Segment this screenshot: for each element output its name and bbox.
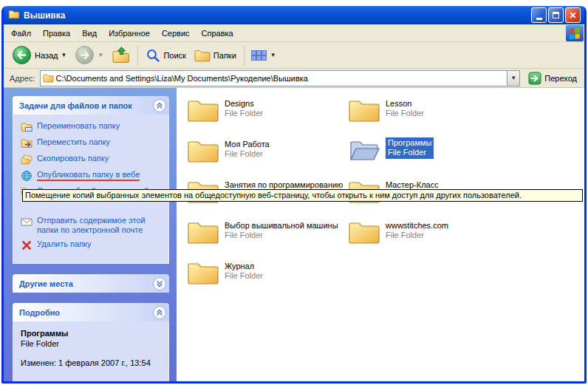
folder-icon	[348, 219, 380, 245]
chevron-down-icon	[155, 279, 164, 288]
copy-folder-icon	[21, 154, 33, 166]
go-label: Переход	[544, 74, 577, 83]
task-delete-folder[interactable]: Удалить папку	[21, 239, 164, 251]
file-type: File Folder	[386, 109, 424, 118]
menu-tools[interactable]: Сервис	[156, 26, 196, 41]
file-tile-lesson[interactable]: LessonFile Folder	[348, 97, 509, 137]
file-tasks-header[interactable]: Задачи для файлов и папок	[13, 96, 169, 115]
folder-icon	[187, 219, 219, 245]
expand-button[interactable]	[153, 277, 166, 290]
details-title: Подробно	[19, 308, 60, 317]
menu-file[interactable]: Файл	[5, 26, 37, 41]
rename-folder-icon	[21, 121, 33, 133]
task-publish-folder-web[interactable]: Опубликовать папку в вебе	[21, 170, 164, 182]
menu-help[interactable]: Справка	[196, 26, 239, 41]
go-button[interactable]: Переход	[525, 70, 580, 86]
back-label: Назад	[35, 51, 58, 60]
file-list-area: DesignsFile Folder LessonFile Folder Моя…	[177, 88, 584, 381]
window-title: Вышивка	[24, 10, 527, 21]
task-move-folder[interactable]: Переместить папку	[21, 137, 164, 149]
back-arrow-icon	[12, 45, 32, 65]
details-item-type: File Folder	[21, 338, 164, 349]
forward-button[interactable]: ▼	[71, 44, 107, 67]
task-label: Переименовать папку	[37, 121, 120, 131]
search-icon	[146, 48, 160, 63]
folders-icon	[194, 49, 211, 62]
toolbar-separator	[244, 46, 245, 65]
toolbar: Назад ▼ ▼	[4, 42, 584, 69]
details-body: Программы File Folder Изменен: 1 февраля…	[13, 321, 169, 381]
publish-web-icon	[21, 170, 33, 182]
other-places-title: Другие места	[19, 279, 73, 288]
folder-up-icon	[112, 46, 130, 64]
folder-icon	[187, 137, 219, 164]
file-tile-vybor-mashiny[interactable]: Выбор вышивальной машиныFile Folder	[187, 219, 348, 259]
toolbar-separator	[137, 46, 138, 65]
chevron-up-icon	[155, 101, 164, 110]
views-icon	[252, 51, 266, 60]
file-name: Журнал	[225, 262, 263, 271]
go-arrow-icon	[528, 72, 541, 85]
task-label: Переместить папку	[37, 137, 110, 147]
menu-edit[interactable]: Правка	[37, 26, 76, 41]
file-tile-wwwstitches[interactable]: wwwstitches.comFile Folder	[348, 219, 509, 259]
file-name: Моя Работа	[225, 140, 270, 149]
tooltip: Помещение копий выбранных элементов на о…	[22, 189, 583, 202]
task-copy-folder[interactable]: Скопировать папку	[21, 154, 164, 166]
folder-icon	[187, 259, 219, 286]
file-tile-programmy[interactable]: ПрограммыFile Folder	[348, 137, 509, 178]
file-type: File Folder	[386, 231, 448, 240]
collapse-button[interactable]	[153, 306, 166, 319]
open-folder-selected-icon	[348, 137, 380, 164]
titlebar[interactable]: Вышивка ✕	[4, 6, 584, 24]
task-rename-folder[interactable]: Переименовать папку	[21, 121, 164, 133]
file-tile-designs[interactable]: DesignsFile Folder	[187, 97, 348, 137]
up-button[interactable]	[108, 44, 134, 67]
panel-details: Подробно Программы File Folder Изменен: …	[13, 303, 169, 381]
file-name: Выбор вышивальной машины	[225, 221, 338, 231]
file-type: File Folder	[388, 148, 431, 157]
window-folder-icon	[8, 9, 20, 22]
delete-icon	[21, 239, 33, 251]
address-folder-icon	[43, 73, 54, 83]
back-button[interactable]: Назад ▼	[8, 44, 70, 67]
file-type: File Folder	[225, 231, 338, 240]
task-email-folder[interactable]: Отправить содержимое этой папки по элект…	[21, 216, 164, 235]
file-name: Designs	[225, 99, 263, 109]
details-item-name: Программы	[21, 328, 164, 338]
file-type: File Folder	[225, 149, 270, 159]
menu-favorites[interactable]: Избранное	[103, 26, 156, 41]
forward-dropdown-icon: ▼	[98, 52, 103, 58]
search-button[interactable]: Поиск	[142, 44, 189, 67]
views-button[interactable]: ▼	[248, 44, 280, 67]
address-input[interactable]	[56, 72, 507, 85]
file-name: Программы	[388, 138, 431, 148]
details-header[interactable]: Подробно	[13, 303, 169, 321]
other-places-header[interactable]: Другие места	[13, 274, 169, 293]
file-tile-zhurnal[interactable]: ЖурналFile Folder	[187, 259, 348, 300]
maximize-button[interactable]	[548, 7, 564, 23]
folder-icon	[348, 97, 380, 123]
file-type: File Folder	[225, 271, 263, 281]
file-name: wwwstitches.com	[386, 221, 448, 231]
details-item-modified: Изменен: 1 февраля 2007 г., 13:54	[21, 358, 164, 368]
address-bar: Адрес: ▼ Переход	[4, 69, 584, 88]
task-label: Удалить папку	[37, 239, 92, 249]
collapse-button[interactable]	[153, 99, 166, 112]
menu-view[interactable]: Вид	[76, 26, 103, 41]
folders-button[interactable]: Папки	[191, 44, 240, 67]
views-dropdown-icon: ▼	[270, 52, 276, 58]
file-tile-moya-rabota[interactable]: Моя РаботаFile Folder	[187, 137, 348, 178]
search-label: Поиск	[163, 51, 185, 60]
minimize-button[interactable]	[531, 7, 547, 23]
task-label: Скопировать папку	[37, 154, 109, 163]
windows-logo-icon	[566, 25, 584, 41]
forward-arrow-icon	[75, 45, 95, 65]
panel-other-places: Другие места	[13, 274, 169, 293]
address-dropdown-button[interactable]: ▼	[507, 71, 519, 86]
panel-file-tasks: Задачи для файлов и папок Пе	[13, 96, 169, 264]
close-button[interactable]: ✕	[565, 7, 581, 23]
folders-label: Папки	[213, 51, 236, 60]
folder-icon	[187, 97, 219, 123]
task-label: Опубликовать папку в вебе	[37, 170, 140, 181]
